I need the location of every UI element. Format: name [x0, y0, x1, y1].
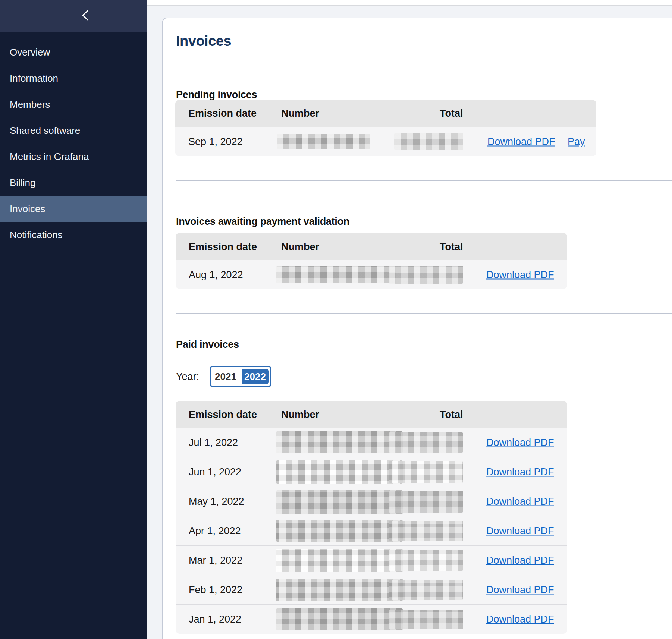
redacted-invoice-total: [389, 610, 463, 629]
invoice-emission-date: Jun 1, 2022: [189, 466, 241, 478]
awaiting-invoices-table: Emission date Number Total Aug 1, 2022 D…: [176, 233, 567, 289]
sidebar-item-invoices[interactable]: Invoices: [0, 196, 147, 222]
invoice-emission-date: Jul 1, 2022: [189, 437, 238, 448]
sidebar-header: [0, 0, 147, 32]
awaiting-validation-heading: Invoices awaiting payment validation: [176, 216, 349, 227]
chevron-left-icon: [81, 9, 90, 22]
column-header-emission-date: Emission date: [189, 409, 257, 420]
invoice-emission-date: May 1, 2022: [189, 496, 244, 507]
redacted-invoice-total: [389, 491, 463, 513]
redacted-invoice-number: [276, 490, 403, 514]
download-pdf-link[interactable]: Download PDF: [486, 555, 554, 566]
redacted-invoice-number: [276, 266, 396, 283]
sidebar-item-overview[interactable]: Overview: [0, 39, 147, 65]
table-header-row: Emission date Number Total: [175, 100, 596, 127]
sidebar: Overview Information Members Shared soft…: [0, 0, 147, 639]
paid-invoices-heading: Paid invoices: [176, 339, 239, 350]
table-row: Mar 1, 2022 Download PDF: [176, 545, 567, 575]
pay-link[interactable]: Pay: [568, 136, 585, 147]
invoice-emission-date: Apr 1, 2022: [189, 525, 241, 537]
invoice-emission-date: Jan 1, 2022: [189, 614, 241, 625]
invoice-emission-date: Aug 1, 2022: [189, 269, 243, 280]
redacted-invoice-total: [389, 521, 463, 541]
column-header-emission-date: Emission date: [189, 241, 257, 252]
top-bar: [147, 0, 672, 6]
invoices-card: Invoices Pending invoices Emission date …: [162, 18, 672, 639]
invoice-emission-date: Mar 1, 2022: [189, 555, 242, 566]
year-filter-label: Year:: [176, 371, 199, 383]
redacted-invoice-total: [389, 432, 463, 453]
redacted-invoice-number: [276, 579, 403, 601]
redacted-invoice-total: [394, 133, 463, 150]
download-pdf-link[interactable]: Download PDF: [486, 269, 554, 280]
redacted-invoice-number: [276, 460, 403, 484]
paid-invoices-table: Emission date Number Total Jul 1, 2022 D…: [176, 401, 567, 634]
year-option-2022-selected[interactable]: 2022: [242, 369, 269, 384]
year-toggle-group: 2021 2022: [210, 366, 271, 387]
pending-invoices-table: Emission date Number Total Sep 1, 2022 D…: [175, 100, 596, 156]
redacted-invoice-number: [276, 549, 403, 572]
column-header-emission-date: Emission date: [188, 108, 257, 119]
sidebar-item-billing[interactable]: Billing: [0, 170, 147, 196]
redacted-invoice-total: [389, 550, 463, 571]
table-row: Jun 1, 2022 Download PDF: [176, 457, 567, 487]
sidebar-item-metrics-in-grafana[interactable]: Metrics in Grafana: [0, 144, 147, 170]
table-row: Sep 1, 2022 Download PDF Pay: [175, 127, 596, 156]
download-pdf-link[interactable]: Download PDF: [486, 437, 554, 448]
sidebar-item-information[interactable]: Information: [0, 65, 147, 91]
column-header-total: Total: [440, 241, 463, 252]
section-divider: [176, 180, 672, 181]
redacted-invoice-number: [276, 608, 403, 630]
table-header-row: Emission date Number Total: [176, 401, 567, 428]
redacted-invoice-total: [389, 580, 463, 600]
column-header-number: Number: [281, 409, 319, 420]
section-divider: [176, 313, 672, 314]
page-title: Invoices: [176, 33, 231, 49]
table-row: Jul 1, 2022 Download PDF: [176, 428, 567, 457]
column-header-number: Number: [281, 241, 319, 252]
table-row: Aug 1, 2022 Download PDF: [176, 260, 567, 289]
download-pdf-link[interactable]: Download PDF: [486, 614, 554, 625]
column-header-total: Total: [440, 108, 463, 119]
table-header-row: Emission date Number Total: [176, 233, 567, 260]
sidebar-item-notifications[interactable]: Notifications: [0, 222, 147, 248]
redacted-invoice-number: [276, 431, 403, 453]
pending-invoices-heading: Pending invoices: [176, 89, 257, 101]
column-header-total: Total: [440, 409, 463, 420]
redacted-invoice-total: [389, 461, 463, 483]
sidebar-nav: Overview Information Members Shared soft…: [0, 39, 147, 248]
download-pdf-link[interactable]: Download PDF: [486, 496, 554, 507]
sidebar-item-members[interactable]: Members: [0, 91, 147, 117]
download-pdf-link[interactable]: Download PDF: [486, 584, 554, 596]
page-root: Overview Information Members Shared soft…: [0, 0, 672, 639]
invoice-emission-date: Sep 1, 2022: [188, 136, 243, 147]
table-row: Feb 1, 2022 Download PDF: [176, 575, 567, 604]
sidebar-item-shared-software[interactable]: Shared software: [0, 117, 147, 144]
year-option-2021[interactable]: 2021: [211, 367, 241, 386]
redacted-invoice-number: [276, 520, 403, 542]
invoice-emission-date: Feb 1, 2022: [189, 584, 242, 596]
redacted-invoice-total: [389, 266, 463, 284]
redacted-invoice-number: [277, 134, 370, 149]
table-row: Jan 1, 2022 Download PDF: [176, 604, 567, 634]
table-row: Apr 1, 2022 Download PDF: [176, 516, 567, 545]
download-pdf-link[interactable]: Download PDF: [486, 525, 554, 537]
download-pdf-link[interactable]: Download PDF: [486, 466, 554, 478]
download-pdf-link[interactable]: Download PDF: [487, 136, 555, 147]
collapse-sidebar-button[interactable]: [77, 7, 93, 24]
column-header-number: Number: [281, 108, 319, 119]
table-row: May 1, 2022 Download PDF: [176, 487, 567, 516]
